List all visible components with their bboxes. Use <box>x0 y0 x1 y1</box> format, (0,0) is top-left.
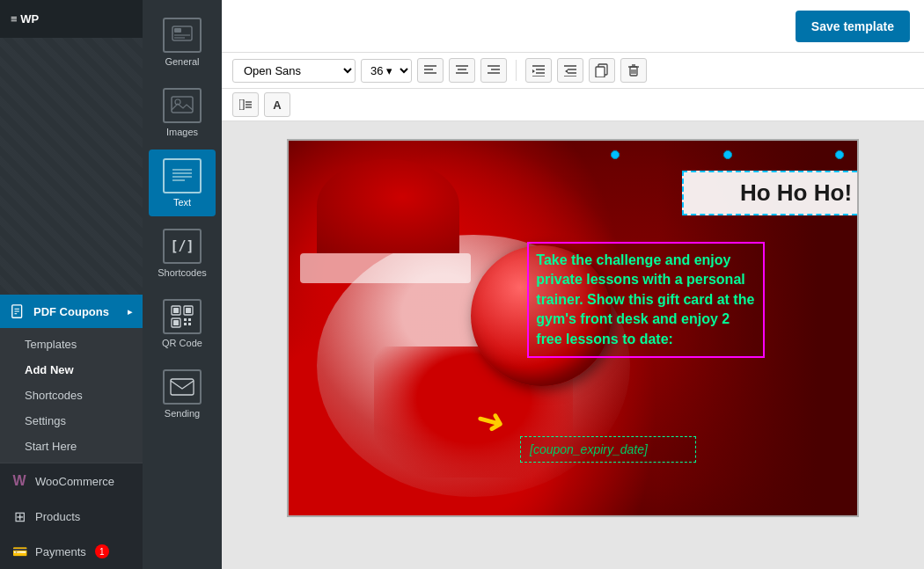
images-label: Images <box>166 127 198 137</box>
text-icon <box>163 158 202 193</box>
sidebar-item-products[interactable]: ⊞ Products <box>0 499 143 534</box>
canvas-wrapper: Ho Ho Ho! Take the challenge and enjoy p… <box>287 139 859 517</box>
align-left-icon <box>424 65 436 76</box>
icon-panel-images[interactable]: Images <box>149 79 216 146</box>
payments-badge: 1 <box>95 544 109 558</box>
products-icon: ⊞ <box>11 507 28 525</box>
delete-icon <box>627 63 640 77</box>
sidebar-item-woocommerce[interactable]: W WooCommerce <box>0 463 143 499</box>
qr-code-label: QR Code <box>162 338 202 348</box>
duplicate-icon <box>595 63 609 77</box>
sidebar-arrow: ▸ <box>128 307 132 317</box>
svg-rect-17 <box>186 308 191 313</box>
indent-increase-button[interactable] <box>525 58 552 83</box>
list-icon <box>239 99 252 110</box>
sidebar: ≡ WP PDF Coupons ▸ Templates Add New Sho… <box>0 0 143 569</box>
svg-rect-22 <box>184 323 187 325</box>
handle-bl <box>611 150 620 159</box>
svg-rect-43 <box>596 67 605 77</box>
icon-panel-text[interactable]: Text <box>149 150 216 216</box>
payments-label: Payments <box>35 545 86 558</box>
payments-icon: 💳 <box>11 543 28 560</box>
indent-increase-icon <box>532 64 545 77</box>
shortcodes-label: Shortcodes <box>158 267 207 278</box>
canvas-title-text[interactable]: Ho Ho Ho! <box>682 171 860 215</box>
top-bar: Save template <box>222 0 924 53</box>
canvas-date-shortcode[interactable]: [coupon_expiry_date] <box>520 436 696 463</box>
toolbar-row1: Open Sans 36 ▾ <box>222 53 924 89</box>
sidebar-item-pdf-coupons[interactable]: PDF Coupons ▸ <box>0 295 143 328</box>
toolbar-separator-1 <box>516 60 517 81</box>
svg-rect-50 <box>239 99 244 110</box>
general-icon <box>163 18 202 53</box>
woocommerce-label: WooCommerce <box>35 475 114 488</box>
sending-icon <box>163 369 202 405</box>
sidebar-logo-area: ≡ WP <box>0 0 143 38</box>
icon-panel-shortcodes[interactable]: [/] Shortcodes <box>149 220 216 287</box>
icon-panel-general[interactable]: General <box>149 9 216 76</box>
pdf-coupons-icon <box>11 303 26 319</box>
align-left-button[interactable] <box>417 58 444 83</box>
format-button[interactable]: A <box>264 92 290 117</box>
save-template-button[interactable]: Save template <box>796 11 910 42</box>
sidebar-blurred-area <box>0 38 143 295</box>
sidebar-item-add-new[interactable]: Add New <box>0 357 143 383</box>
icon-panel-qr-code[interactable]: QR Code <box>149 290 216 357</box>
icon-panel-sending[interactable]: Sending <box>149 361 216 427</box>
svg-rect-19 <box>173 320 179 325</box>
canvas-area: Ho Ho Ho! Take the challenge and enjoy p… <box>222 121 924 569</box>
woocommerce-icon: W <box>11 472 28 490</box>
canvas-body-text[interactable]: Take the challenge and enjoy private les… <box>527 242 765 358</box>
align-right-button[interactable] <box>480 58 507 83</box>
pdf-coupons-label: PDF Coupons <box>33 305 109 318</box>
sidebar-item-start-here[interactable]: Start Here <box>0 434 143 459</box>
list-button[interactable] <box>232 92 259 117</box>
svg-rect-21 <box>188 318 191 321</box>
delete-button[interactable] <box>620 58 647 83</box>
svg-rect-5 <box>174 28 181 33</box>
sidebar-logo: ≡ WP <box>11 12 39 26</box>
icon-panel: General Images Text [/] Shortcodes <box>143 0 222 569</box>
font-size-select[interactable]: 36 ▾ <box>361 59 412 83</box>
products-label: Products <box>35 510 80 523</box>
text-label: Text <box>173 197 191 208</box>
toolbar-row2: A <box>222 89 924 121</box>
svg-rect-15 <box>173 308 179 313</box>
svg-rect-24 <box>171 379 194 395</box>
sidebar-item-templates[interactable]: Templates <box>0 332 143 357</box>
main-content: Save template Open Sans 36 ▾ <box>222 0 924 569</box>
handle-br <box>835 150 844 159</box>
sidebar-submenu: Templates Add New Shortcodes Settings St… <box>0 328 143 463</box>
sending-label: Sending <box>165 408 200 419</box>
font-family-select[interactable]: Open Sans <box>232 59 356 83</box>
align-center-icon <box>456 65 468 76</box>
shortcodes-icon: [/] <box>163 229 202 264</box>
duplicate-button[interactable] <box>589 58 615 83</box>
indent-decrease-button[interactable] <box>557 58 583 83</box>
svg-rect-20 <box>184 318 187 321</box>
qr-code-icon <box>163 299 202 334</box>
svg-rect-23 <box>188 323 191 325</box>
align-center-button[interactable] <box>449 58 475 83</box>
indent-decrease-icon <box>564 64 576 77</box>
sidebar-item-settings[interactable]: Settings <box>0 408 143 434</box>
svg-rect-8 <box>172 97 193 113</box>
handle-bm <box>723 150 732 159</box>
general-label: General <box>165 56 199 67</box>
align-right-icon <box>488 65 500 76</box>
sidebar-item-payments[interactable]: 💳 Payments 1 <box>0 534 143 569</box>
images-icon <box>163 88 202 123</box>
sidebar-section-woocommerce: W WooCommerce <box>0 463 143 499</box>
sidebar-item-shortcodes[interactable]: Shortcodes <box>0 383 143 408</box>
